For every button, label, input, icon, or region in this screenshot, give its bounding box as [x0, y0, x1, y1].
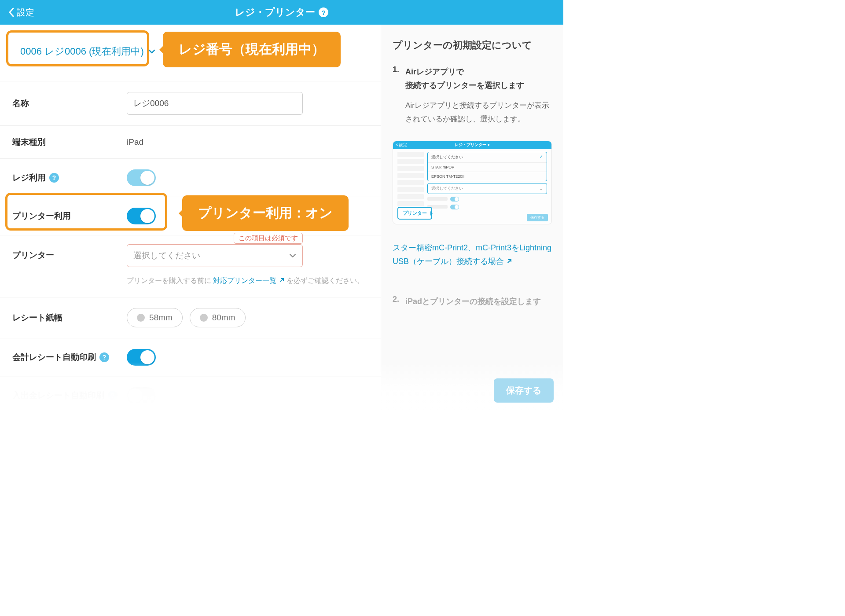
auto-print-label: 会計レシート自動印刷 [12, 352, 96, 363]
printer-hint-prefix: プリンターを購入する前に [127, 277, 213, 284]
radio-icon [200, 314, 208, 322]
page-title-text: レジ・プリンター [235, 6, 315, 19]
side-help-link[interactable]: スター精密mC-Print2、mC-Print3をLightning USB（ケ… [393, 241, 552, 268]
radio-icon [137, 314, 145, 322]
external-link-icon [506, 255, 512, 261]
device-value: iPad [127, 137, 368, 147]
printer-select[interactable]: 選択してください [127, 244, 303, 267]
side-title: プリンターの初期設定について [393, 39, 552, 52]
thumbnail-callout: プリンター [397, 207, 432, 220]
help-icon[interactable]: ? [49, 173, 59, 183]
step-body: Airレジアプリと接続するプリンターが表示されているか確認し、選択します。 [405, 99, 552, 126]
external-link-icon [279, 275, 285, 282]
side-panel: プリンターの初期設定について 1. Airレジアプリで 接続するプリンターを選択… [381, 25, 563, 411]
cash-print-label: 入出金レシート自動印刷 [12, 390, 104, 401]
paper-width-label: レシート紙幅 [12, 312, 127, 323]
name-label: 名称 [12, 98, 127, 109]
row-cash-print: 入出金レシート自動印刷 ? [0, 376, 381, 411]
row-printer: プリンター この項目は必須です 選択してください プリンターを購入する前に 対応… [0, 235, 381, 297]
printer-hint-suffix: を必ずご確認ください。 [285, 277, 364, 284]
register-selector[interactable]: 0006 レジ0006 (現在利用中) [9, 35, 167, 68]
register-use-toggle[interactable] [127, 169, 156, 186]
row-paper-width: レシート紙幅 58mm 80mm [0, 297, 381, 338]
page-title: レジ・プリンター ? [235, 6, 328, 19]
step-heading: iPadとプリンターの接続を設定します [405, 295, 541, 308]
printer-label: プリンター [12, 249, 54, 261]
app-header: 設定 レジ・プリンター ? [0, 0, 563, 25]
device-label: 端末種別 [12, 136, 127, 148]
setup-step-2: 2. iPadとプリンターの接続を設定します [393, 295, 552, 308]
row-device: 端末種別 iPad [0, 125, 381, 158]
annotation-label-register: レジ番号（現在利用中） [163, 32, 341, 67]
help-icon[interactable]: ? [319, 7, 328, 17]
step-heading: Airレジアプリで 接続するプリンターを選択します [405, 65, 552, 92]
printer-use-label: プリンター利用 [12, 210, 71, 222]
annotation-label-printer-use: プリンター利用：オン [182, 195, 349, 231]
instruction-thumbnail: < 設定 レジ・プリンター ● 選択してください✓ STAR mPOP EPSO… [393, 141, 552, 224]
back-label: 設定 [17, 7, 34, 18]
register-selector-value: 0006 レジ0006 (現在利用中) [20, 45, 144, 58]
cash-print-toggle[interactable] [127, 387, 156, 404]
supported-printers-link[interactable]: 対応プリンター一覧 [213, 277, 284, 284]
row-register-use: レジ利用 ? [0, 158, 381, 197]
required-message: この項目は必須です [234, 233, 303, 244]
setup-step-1: 1. Airレジアプリで 接続するプリンターを選択します Airレジアプリと接続… [393, 65, 552, 126]
chevron-down-icon [289, 252, 296, 259]
name-input[interactable] [127, 92, 303, 115]
printer-hint: プリンターを購入する前に 対応プリンター一覧 を必ずご確認ください。 [127, 275, 368, 286]
save-button[interactable]: 保存する [494, 378, 554, 403]
auto-print-toggle[interactable] [127, 349, 156, 366]
step-number: 2. [393, 295, 399, 308]
paper-58mm-option[interactable]: 58mm [127, 308, 183, 327]
chevron-left-icon [8, 7, 14, 17]
printer-use-toggle[interactable] [127, 208, 156, 224]
register-use-label: レジ利用 [12, 172, 46, 183]
help-icon[interactable]: ? [108, 391, 118, 400]
back-button[interactable]: 設定 [0, 7, 34, 18]
row-name: 名称 [0, 81, 381, 125]
help-icon[interactable]: ? [99, 352, 109, 362]
row-auto-print: 会計レシート自動印刷 ? [0, 338, 381, 376]
paper-80mm-option[interactable]: 80mm [190, 308, 246, 327]
step-number: 1. [393, 65, 399, 126]
printer-select-placeholder: 選択してください [133, 250, 200, 261]
